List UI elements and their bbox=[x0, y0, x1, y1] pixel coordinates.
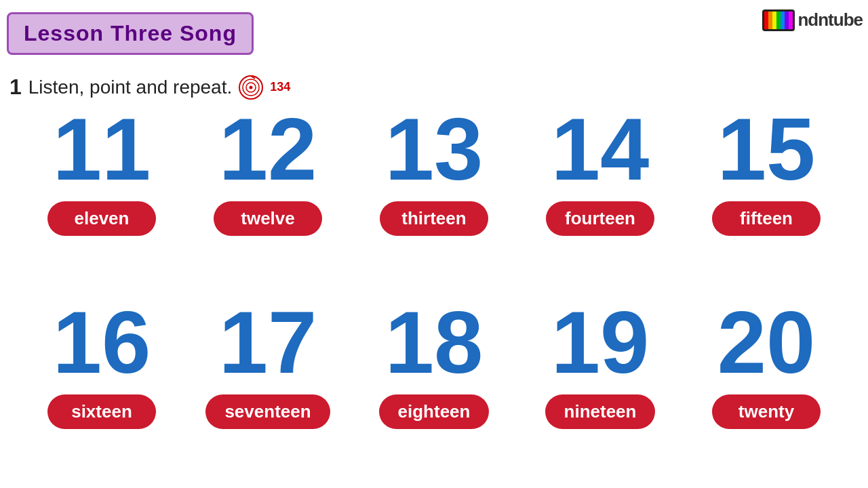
svg-rect-8 bbox=[789, 12, 793, 29]
word-badge[interactable]: twelve bbox=[214, 201, 322, 236]
word-badge[interactable]: fourteen bbox=[546, 201, 654, 236]
numbers-row-2: 16sixteen17seventeen18eighteen19nineteen… bbox=[27, 298, 841, 429]
numbers-row-1: 11eleven12twelve13thirteen14fourteen15fi… bbox=[27, 105, 841, 236]
number-item: 12twelve bbox=[193, 105, 342, 236]
number-item: 14fourteen bbox=[526, 105, 675, 236]
word-text: nineteen bbox=[564, 401, 637, 422]
word-badge[interactable]: fifteen bbox=[712, 201, 821, 236]
instruction-number: 1 bbox=[9, 75, 22, 100]
svg-point-12 bbox=[250, 85, 253, 89]
word-text: twenty bbox=[738, 401, 794, 422]
logo-icon bbox=[761, 5, 796, 34]
big-number: 13 bbox=[385, 105, 484, 193]
number-item: 15fifteen bbox=[692, 105, 841, 236]
big-number: 12 bbox=[219, 105, 317, 193]
word-text: fifteen bbox=[740, 208, 793, 228]
big-number: 19 bbox=[551, 298, 650, 386]
word-badge[interactable]: sixteen bbox=[47, 394, 156, 429]
svg-rect-6 bbox=[781, 12, 785, 29]
big-number: 20 bbox=[717, 298, 816, 386]
svg-rect-7 bbox=[785, 12, 789, 29]
word-badge[interactable]: thirteen bbox=[380, 201, 488, 236]
big-number: 16 bbox=[53, 298, 151, 386]
word-text: twelve bbox=[241, 208, 295, 228]
svg-rect-3 bbox=[768, 12, 772, 29]
svg-rect-5 bbox=[776, 12, 781, 29]
number-item: 11eleven bbox=[27, 105, 176, 236]
number-item: 17seventeen bbox=[193, 298, 342, 429]
number-item: 18eighteen bbox=[359, 298, 509, 429]
number-item: 19nineteen bbox=[526, 298, 675, 429]
track-number: 134 bbox=[270, 80, 290, 94]
word-badge[interactable]: eighteen bbox=[379, 394, 490, 429]
word-text: seventeen bbox=[224, 401, 311, 422]
big-number: 14 bbox=[551, 105, 650, 193]
instruction-text: Listen, point and repeat. bbox=[28, 77, 232, 98]
logo: ndntube bbox=[761, 5, 863, 34]
word-text: eleven bbox=[75, 208, 130, 228]
word-text: fourteen bbox=[565, 208, 635, 228]
word-badge[interactable]: twenty bbox=[712, 394, 821, 429]
big-number: 15 bbox=[717, 105, 816, 193]
logo-text: ndntube bbox=[797, 9, 863, 30]
big-number: 18 bbox=[385, 298, 484, 386]
title-box: Lesson Three Song bbox=[7, 12, 254, 55]
word-text: sixteen bbox=[71, 401, 132, 422]
word-badge[interactable]: seventeen bbox=[205, 394, 330, 429]
word-text: eighteen bbox=[398, 401, 471, 422]
number-item: 20twenty bbox=[692, 298, 841, 429]
number-item: 13thirteen bbox=[359, 105, 509, 236]
svg-rect-2 bbox=[764, 12, 768, 29]
word-badge[interactable]: nineteen bbox=[545, 394, 656, 429]
audio-icon[interactable] bbox=[239, 75, 263, 100]
word-text: thirteen bbox=[401, 208, 466, 228]
big-number: 17 bbox=[219, 298, 317, 386]
big-number: 11 bbox=[53, 105, 151, 193]
title-text: Lesson Three Song bbox=[24, 21, 237, 45]
svg-rect-4 bbox=[772, 12, 776, 29]
number-item: 16sixteen bbox=[27, 298, 176, 429]
instruction-row: 1 Listen, point and repeat. 134 bbox=[9, 75, 290, 100]
word-badge[interactable]: eleven bbox=[47, 201, 156, 236]
